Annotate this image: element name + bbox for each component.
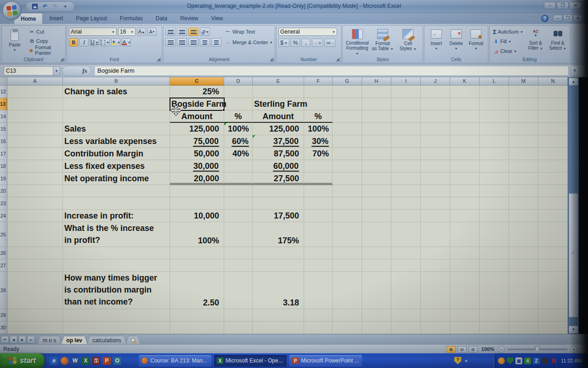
next-sheet-button[interactable]: ▶ — [18, 336, 26, 343]
align-top-button[interactable] — [165, 28, 175, 36]
normal-view-button[interactable]: ▦ — [447, 346, 456, 353]
dialog-launcher-icon[interactable]: ◢ — [270, 58, 274, 62]
cell-B26[interactable] — [63, 247, 170, 259]
cell-C30[interactable] — [170, 322, 224, 334]
cell-M20[interactable] — [509, 185, 538, 197]
column-header-D[interactable]: D — [224, 77, 253, 86]
cell-B13[interactable] — [63, 98, 170, 110]
row-header-16[interactable]: 16 — [0, 135, 7, 148]
vertical-scrollbar-thumb[interactable] — [569, 193, 578, 317]
cell-M18[interactable] — [509, 160, 538, 172]
cell-I30[interactable] — [391, 322, 421, 334]
row-header-29[interactable]: 29 — [0, 309, 7, 322]
sort-filter-button[interactable]: AZ▼ Sort &Filter ▼ — [525, 27, 547, 51]
comma-style-button[interactable]: , — [301, 39, 311, 47]
office-button[interactable] — [2, 1, 22, 20]
workbook-close-button[interactable]: ✕ — [573, 15, 582, 22]
cell-N28[interactable] — [538, 272, 568, 309]
cell-E24[interactable]: 17,500 — [253, 210, 304, 222]
cell-L14[interactable] — [480, 110, 509, 123]
cell-H18[interactable] — [362, 160, 391, 172]
find-select-button[interactable]: Find &Select ▼ — [547, 27, 569, 51]
cell-M28[interactable] — [509, 272, 538, 309]
row-header-30[interactable]: 30 — [0, 322, 7, 334]
security-shield-icon[interactable]: ? — [454, 357, 461, 364]
cell-L17[interactable] — [480, 148, 509, 160]
row-header-17[interactable]: 17 — [0, 148, 7, 160]
cell-L26[interactable] — [480, 247, 509, 259]
cell-L18[interactable] — [480, 160, 509, 172]
cell-H20[interactable] — [362, 185, 391, 197]
cell-L15[interactable] — [480, 123, 509, 135]
cell-E18[interactable]: 60,000 — [253, 160, 304, 172]
cell-J15[interactable] — [421, 123, 450, 135]
row-header-13[interactable]: 13 — [0, 98, 7, 110]
zoom-slider[interactable] — [508, 349, 567, 350]
cell-A26[interactable] — [7, 247, 63, 259]
wrap-text-button[interactable]: ⭰Wrap Text — [225, 27, 273, 36]
cell-J29[interactable] — [421, 309, 450, 322]
cell-K27[interactable] — [450, 259, 480, 272]
cell-I13[interactable] — [391, 98, 421, 110]
cell-D16[interactable]: 60% — [224, 135, 253, 148]
grow-font-button[interactable]: A▲ — [137, 28, 146, 36]
cell-A18[interactable] — [7, 160, 63, 172]
cell-N15[interactable] — [538, 123, 568, 135]
cell-C27[interactable] — [170, 259, 224, 272]
cell-N14[interactable] — [538, 110, 568, 123]
scroll-up-icon[interactable]: ▲ — [569, 78, 578, 86]
cell-A23[interactable] — [7, 197, 63, 210]
cell-H12[interactable] — [362, 86, 391, 98]
merge-center-button[interactable]: ⇔Merge & Center▼ — [225, 38, 273, 47]
cell-G26[interactable] — [333, 247, 362, 259]
row-header-25[interactable]: 25 — [0, 222, 7, 247]
sheet-tab-calculations[interactable]: calculations — [87, 336, 126, 345]
cell-E27[interactable] — [253, 259, 304, 272]
cell-I20[interactable] — [391, 185, 421, 197]
name-box-dropdown-icon[interactable]: ▼ — [53, 66, 60, 75]
format-as-table-button[interactable]: Formatas Table ▼ — [370, 27, 395, 56]
cell-N23[interactable] — [538, 197, 568, 210]
cell-D27[interactable] — [224, 259, 253, 272]
name-box[interactable]: C13 — [4, 66, 53, 75]
cell-K23[interactable] — [450, 197, 480, 210]
cell-I16[interactable] — [391, 135, 421, 148]
page-break-view-button[interactable]: ▥ — [469, 346, 478, 353]
row-header-18[interactable]: 18 — [0, 160, 7, 172]
cell-J30[interactable] — [421, 322, 450, 334]
accounting-format-button[interactable]: $▼ — [278, 39, 289, 47]
cell-B18[interactable]: Less fixed expenses — [63, 160, 170, 172]
align-center-button[interactable] — [177, 38, 187, 46]
zoom-out-button[interactable]: − — [498, 346, 505, 353]
cell-J12[interactable] — [421, 86, 450, 98]
cell-G20[interactable] — [333, 185, 362, 197]
cell-L25[interactable] — [480, 222, 509, 247]
cell-D30[interactable] — [224, 322, 253, 334]
row-header-20[interactable]: 20 — [0, 185, 7, 197]
outlook-icon[interactable]: O — [113, 357, 121, 365]
cell-N20[interactable] — [538, 185, 568, 197]
ie-icon[interactable]: e — [50, 357, 58, 365]
dialog-launcher-icon[interactable]: ◢ — [157, 58, 161, 62]
insert-function-button[interactable]: fx — [62, 66, 91, 76]
cell-N13[interactable] — [538, 98, 568, 110]
column-header-H[interactable]: H — [362, 77, 391, 86]
cell-G12[interactable] — [333, 86, 362, 98]
cell-G23[interactable] — [333, 197, 362, 210]
cell-K17[interactable] — [450, 148, 480, 160]
column-header-K[interactable]: K — [450, 77, 480, 86]
cell-styles-button[interactable]: CellStyles ▼ — [396, 27, 421, 56]
cell-A12[interactable] — [7, 86, 63, 98]
zoom-in-button[interactable]: + — [570, 346, 577, 353]
cell-N17[interactable] — [538, 148, 568, 160]
cell-E12[interactable] — [253, 86, 304, 98]
cell-I19[interactable] — [391, 172, 421, 185]
cell-D19[interactable] — [224, 172, 253, 185]
cell-A29[interactable] — [7, 309, 63, 322]
cell-J23[interactable] — [421, 197, 450, 210]
insert-worksheet-tab[interactable] — [126, 336, 140, 345]
row-header-23[interactable]: 23 — [0, 197, 7, 210]
cell-D20[interactable] — [224, 185, 253, 197]
column-header-A[interactable]: A — [7, 77, 63, 86]
cell-N18[interactable] — [538, 160, 568, 172]
